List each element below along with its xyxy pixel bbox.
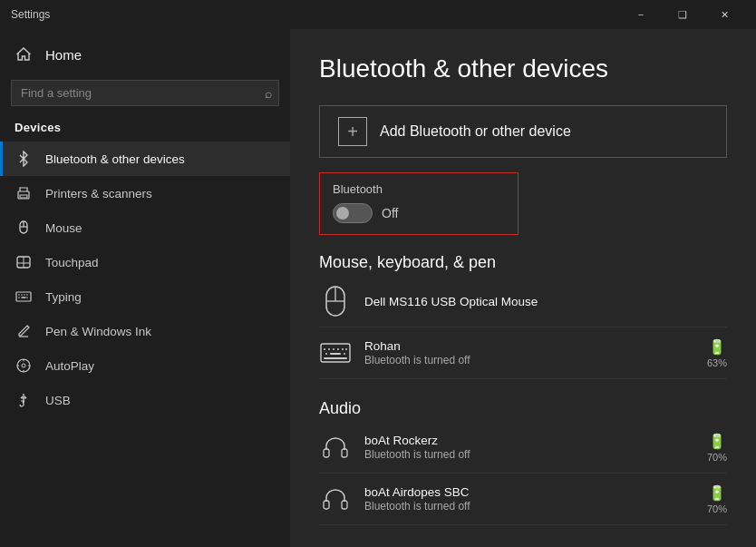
device-battery: 🔋 63% — [707, 338, 727, 368]
battery-icon: 🔋 — [708, 338, 726, 356]
sidebar-item-pen[interactable]: Pen & Windows Ink — [0, 314, 290, 348]
mouse-icon — [15, 219, 33, 237]
sidebar-item-touchpad[interactable]: Touchpad — [0, 245, 290, 279]
sidebar-item-label: Printers & scanners — [45, 187, 152, 200]
bluetooth-section: Bluetooth Off — [319, 172, 519, 235]
keyboard-device-icon — [319, 337, 352, 369]
sidebar-section-title: Devices — [0, 117, 290, 142]
battery-percentage: 70% — [707, 503, 727, 514]
touchpad-icon — [15, 253, 33, 271]
svg-point-17 — [22, 364, 25, 367]
bluetooth-label: Bluetooth — [333, 182, 505, 196]
svg-rect-32 — [342, 449, 347, 457]
toggle-thumb — [336, 207, 349, 220]
sidebar-item-label: Pen & Windows Ink — [45, 325, 151, 338]
device-name: boAt Rockerz — [364, 434, 696, 447]
svg-rect-34 — [342, 501, 347, 509]
add-device-button[interactable]: + Add Bluetooth or other device — [319, 105, 727, 158]
svg-rect-7 — [16, 292, 31, 301]
autoplay-icon — [15, 357, 33, 375]
mouse-section-title: Mouse, keyboard, & pen — [319, 253, 727, 272]
mouse-section: Mouse, keyboard, & pen Dell MS116 USB Op… — [319, 253, 727, 379]
device-info: Rohan Bluetooth is turned off — [364, 339, 696, 366]
window-controls: − ❑ ✕ — [620, 0, 745, 29]
add-plus-icon: + — [338, 117, 367, 146]
bluetooth-toggle-row: Off — [333, 203, 505, 223]
sidebar-item-mouse[interactable]: Mouse — [0, 210, 290, 245]
headphones-device-icon — [319, 431, 352, 464]
svg-rect-33 — [324, 501, 329, 509]
search-container: ⌕ — [11, 80, 279, 106]
device-battery: 🔋 70% — [707, 433, 727, 463]
close-button[interactable]: ✕ — [703, 0, 745, 29]
app-title: Settings — [11, 8, 620, 21]
toggle-track — [333, 203, 373, 223]
device-row: Rohan Bluetooth is turned off 🔋 63% — [319, 327, 727, 379]
svg-rect-31 — [324, 449, 329, 457]
home-icon — [15, 45, 33, 63]
titlebar: Settings − ❑ ✕ — [0, 0, 756, 29]
svg-rect-1 — [20, 195, 27, 198]
battery-percentage: 63% — [707, 357, 727, 368]
sidebar-item-bluetooth[interactable]: Bluetooth & other devices — [0, 142, 290, 176]
sidebar-home-item[interactable]: Home — [0, 36, 290, 73]
sidebar-item-autoplay[interactable]: AutoPlay — [0, 348, 290, 383]
home-label: Home — [45, 47, 82, 63]
sidebar-item-usb[interactable]: USB — [0, 383, 290, 417]
app-body: Home ⌕ Devices Bluetooth & other devices — [0, 29, 756, 547]
sidebar-item-label: USB — [45, 394, 71, 407]
bluetooth-toggle-state: Off — [382, 206, 398, 220]
device-info: boAt Rockerz Bluetooth is turned off — [364, 434, 696, 461]
pen-icon — [15, 322, 33, 340]
sidebar-item-label: AutoPlay — [45, 359, 94, 373]
search-input[interactable] — [11, 80, 279, 106]
device-status: Bluetooth is turned off — [364, 354, 696, 366]
device-info: boAt Airdopes SBC Bluetooth is turned of… — [364, 485, 696, 513]
device-info: Dell MS116 USB Optical Mouse — [364, 295, 727, 308]
device-name: Rohan — [364, 339, 696, 353]
battery-icon: 🔋 — [708, 433, 726, 450]
battery-percentage: 70% — [707, 452, 727, 463]
page-title: Bluetooth & other devices — [319, 54, 727, 83]
sidebar-item-label: Typing — [45, 290, 82, 304]
maximize-button[interactable]: ❑ — [662, 0, 703, 29]
device-status: Bluetooth is turned off — [364, 500, 696, 513]
audio-section: Audio boAt Rockerz Bluetooth is turned o… — [319, 399, 727, 525]
sidebar-item-label: Touchpad — [45, 256, 99, 269]
search-icon: ⌕ — [265, 86, 272, 101]
headphones-device-icon-2 — [319, 483, 352, 515]
printer-icon — [15, 184, 33, 202]
sidebar-item-label: Bluetooth & other devices — [45, 152, 185, 166]
add-device-label: Add Bluetooth or other device — [380, 123, 571, 140]
audio-section-title: Audio — [319, 399, 727, 418]
svg-point-16 — [17, 359, 30, 372]
device-row: boAt Airdopes SBC Bluetooth is turned of… — [319, 474, 727, 525]
device-name: boAt Airdopes SBC — [364, 485, 696, 499]
bluetooth-icon — [15, 150, 33, 168]
device-row: Dell MS116 USB Optical Mouse — [319, 276, 727, 327]
mouse-device-icon — [319, 285, 352, 317]
sidebar-item-printers[interactable]: Printers & scanners — [0, 176, 290, 210]
bluetooth-toggle[interactable] — [333, 203, 373, 223]
battery-icon: 🔋 — [708, 484, 726, 502]
device-name: Dell MS116 USB Optical Mouse — [364, 295, 727, 308]
device-battery: 🔋 70% — [707, 484, 727, 514]
content-area: Bluetooth & other devices + Add Bluetoot… — [290, 29, 756, 547]
device-row: boAt Rockerz Bluetooth is turned off 🔋 7… — [319, 422, 727, 474]
keyboard-icon — [15, 288, 33, 306]
minimize-button[interactable]: − — [620, 0, 662, 29]
usb-icon — [15, 391, 33, 409]
device-status: Bluetooth is turned off — [364, 448, 696, 461]
sidebar: Home ⌕ Devices Bluetooth & other devices — [0, 29, 290, 547]
sidebar-item-label: Mouse — [45, 221, 82, 235]
sidebar-item-typing[interactable]: Typing — [0, 279, 290, 314]
